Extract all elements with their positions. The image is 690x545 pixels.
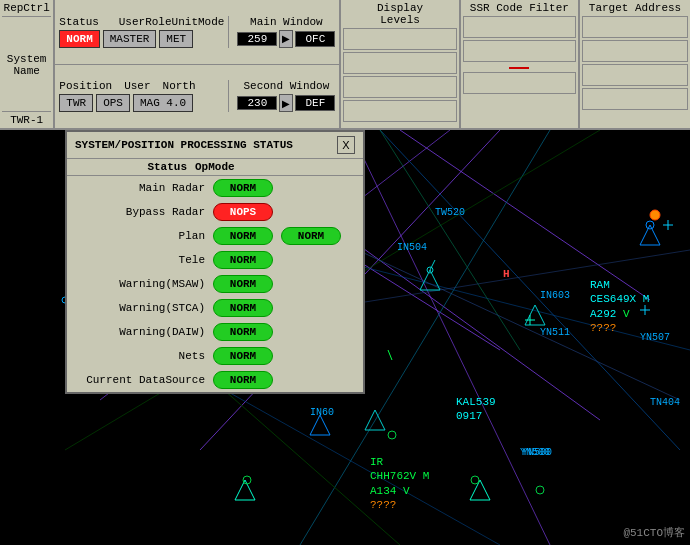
opmode-column-header: OpMode bbox=[195, 161, 355, 173]
target-address-field-4[interactable] bbox=[582, 88, 688, 110]
ssr-field-3[interactable] bbox=[463, 72, 576, 94]
status-column-header: Status bbox=[75, 161, 195, 173]
dialog-row-4: Warning(MSAW)NORM bbox=[67, 272, 363, 296]
north-label: North bbox=[163, 80, 196, 92]
dialog-rows: Main RadarNORMBypass RadarNOPSPlanNORMNO… bbox=[67, 176, 363, 392]
dialog-title: SYSTEM/POSITION PROCESSING STATUS bbox=[75, 139, 293, 151]
dialog-row-label-3: Tele bbox=[75, 254, 205, 266]
dialog-row-3: TeleNORM bbox=[67, 248, 363, 272]
dialog-row-7: NetsNORM bbox=[67, 344, 363, 368]
dialog-row-label-2: Plan bbox=[75, 230, 205, 242]
system-name-label: System Name bbox=[2, 19, 51, 112]
dialog-row-2: PlanNORMNORM bbox=[67, 224, 363, 248]
second-window-value1: 230 bbox=[237, 96, 277, 110]
dialog-row-1: Bypass RadarNOPS bbox=[67, 200, 363, 224]
userrole-label: UserRoleUnitMode bbox=[119, 16, 225, 28]
display-level-4[interactable] bbox=[343, 100, 456, 122]
middle-section: Status UserRoleUnitMode NORM MASTER MET … bbox=[55, 0, 341, 128]
ssr-dash bbox=[509, 67, 529, 69]
aircraft-label-chh762v: IR CHH762V M A134 V ???? bbox=[370, 455, 429, 512]
status-main-row: Status UserRoleUnitMode NORM MASTER MET … bbox=[55, 0, 339, 65]
second-window-value2: DEF bbox=[295, 95, 335, 111]
dialog-row-label-7: Nets bbox=[75, 350, 205, 362]
norm-button[interactable]: NORM bbox=[59, 30, 99, 48]
dialog-row-status-8[interactable]: NORM bbox=[213, 371, 273, 389]
ssr-code-filter-label: SSR Code Filter bbox=[463, 2, 576, 14]
display-level-2[interactable] bbox=[343, 52, 456, 74]
main-window-value2: OFC bbox=[295, 31, 335, 47]
ssr-field-2[interactable] bbox=[463, 40, 576, 62]
dialog-row-6: Warning(DAIW)NORM bbox=[67, 320, 363, 344]
met-button[interactable]: MET bbox=[159, 30, 193, 48]
target-address-field-1[interactable] bbox=[582, 16, 688, 38]
dialog-row-status-2[interactable]: NORM bbox=[213, 227, 273, 245]
watermark: @51CTO博客 bbox=[623, 525, 685, 540]
dialog-close-button[interactable]: X bbox=[337, 136, 355, 154]
twr-id-label: TWR-1 bbox=[2, 112, 51, 126]
target-address-label: Target Address bbox=[582, 2, 688, 14]
status-dialog: SYSTEM/POSITION PROCESSING STATUS X Stat… bbox=[65, 130, 365, 394]
dialog-row-label-1: Bypass Radar bbox=[75, 206, 205, 218]
position-label: Position bbox=[59, 80, 112, 92]
main-window-value1: 259 bbox=[237, 32, 277, 46]
position-second-row: Position User North TWR OPS MAG 4.0 Seco… bbox=[55, 65, 339, 129]
dialog-row-label-0: Main Radar bbox=[75, 182, 205, 194]
dialog-row-0: Main RadarNORM bbox=[67, 176, 363, 200]
dialog-row-label-6: Warning(DAIW) bbox=[75, 326, 205, 338]
aircraft-label-kal539: KAL539 0917 bbox=[456, 395, 496, 424]
dialog-row-label-8: Current DataSource bbox=[75, 374, 205, 386]
aircraft-label-ram: RAM CES649X M A292 V ???? bbox=[590, 278, 649, 335]
dialog-row-label-4: Warning(MSAW) bbox=[75, 278, 205, 290]
display-level-3[interactable] bbox=[343, 76, 456, 98]
dialog-row-status-1[interactable]: NOPS bbox=[213, 203, 273, 221]
dialog-row-status-7[interactable]: NORM bbox=[213, 347, 273, 365]
ssr-field-1[interactable] bbox=[463, 16, 576, 38]
dialog-row-status-6[interactable]: NORM bbox=[213, 323, 273, 341]
main-window-label: Main Window bbox=[250, 16, 323, 28]
user-label: User bbox=[124, 80, 150, 92]
ssr-code-filter-section: SSR Code Filter bbox=[461, 0, 580, 128]
master-button[interactable]: MASTER bbox=[103, 30, 157, 48]
target-address-field-3[interactable] bbox=[582, 64, 688, 86]
dialog-row-8: Current DataSourceNORM bbox=[67, 368, 363, 392]
dialog-row-5: Warning(STCA)NORM bbox=[67, 296, 363, 320]
twr-btn[interactable]: TWR bbox=[59, 94, 93, 112]
dialog-row-status-0[interactable]: NORM bbox=[213, 179, 273, 197]
display-levels-label: DisplayLevels bbox=[343, 2, 456, 26]
status-header-label: Status UserRoleUnitMode bbox=[59, 16, 224, 28]
dialog-row-label-5: Warning(STCA) bbox=[75, 302, 205, 314]
target-address-field-2[interactable] bbox=[582, 40, 688, 62]
target-address-section: Target Address bbox=[580, 0, 690, 128]
second-window-arrow[interactable]: ▶ bbox=[279, 94, 293, 112]
dialog-row-opmode-2[interactable]: NORM bbox=[281, 227, 341, 245]
control-panel: RepCtrl System Name TWR-1 Status UserRol… bbox=[0, 0, 690, 130]
ops-btn[interactable]: OPS bbox=[96, 94, 130, 112]
dialog-row-status-5[interactable]: NORM bbox=[213, 299, 273, 317]
main-window-arrow[interactable]: ▶ bbox=[279, 30, 293, 48]
dialog-row-status-3[interactable]: NORM bbox=[213, 251, 273, 269]
status-buttons: NORM MASTER MET bbox=[59, 30, 224, 48]
mag-btn[interactable]: MAG 4.0 bbox=[133, 94, 193, 112]
left-section: RepCtrl System Name TWR-1 bbox=[0, 0, 55, 128]
display-levels-section: DisplayLevels bbox=[341, 0, 460, 128]
dialog-title-bar: SYSTEM/POSITION PROCESSING STATUS X bbox=[67, 132, 363, 159]
dialog-row-status-4[interactable]: NORM bbox=[213, 275, 273, 293]
rep-ctrl-label: RepCtrl bbox=[2, 2, 51, 17]
second-window-label: Second Window bbox=[243, 80, 329, 92]
display-level-1[interactable] bbox=[343, 28, 456, 50]
dialog-column-headers: Status OpMode bbox=[67, 159, 363, 176]
